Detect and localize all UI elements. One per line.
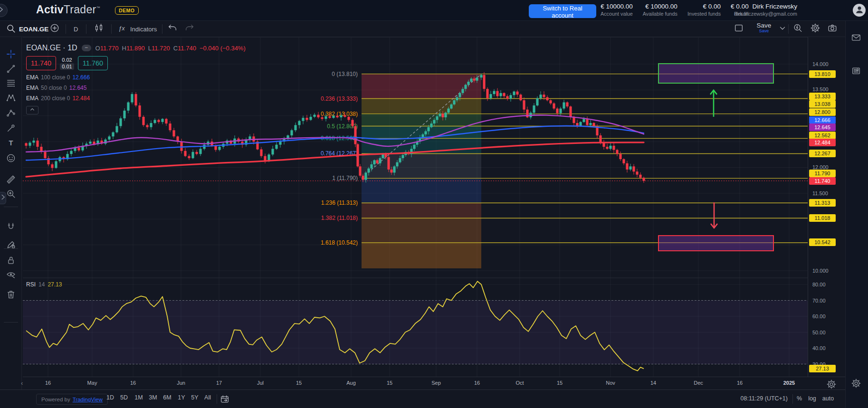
quick-search-icon bbox=[792, 23, 803, 35]
scroll-left-tab[interactable]: ‹ bbox=[21, 380, 23, 387]
time-axis-label: Jun bbox=[171, 380, 191, 386]
candle bbox=[599, 135, 601, 142]
time-axis-label: Aug bbox=[341, 380, 362, 386]
candle bbox=[275, 145, 277, 149]
range-button-5y[interactable]: 5Y bbox=[188, 394, 202, 401]
auto-scale-toggle[interactable]: auto bbox=[822, 395, 834, 402]
candle bbox=[413, 145, 415, 149]
symbol-label: EOAN.GE bbox=[19, 26, 48, 33]
candle bbox=[313, 115, 315, 117]
go-to-date-button[interactable] bbox=[219, 394, 230, 406]
range-button-5d[interactable]: 5D bbox=[117, 394, 131, 401]
tool-xabcd-pattern[interactable] bbox=[4, 92, 18, 105]
toolbar-separator bbox=[111, 24, 112, 34]
legend-collapse-button[interactable]: − bbox=[82, 45, 91, 51]
candle bbox=[347, 117, 350, 120]
candle bbox=[362, 176, 364, 180]
percent-scale-toggle[interactable]: % bbox=[797, 395, 802, 402]
tool-brush[interactable] bbox=[4, 123, 18, 136]
tool-trash[interactable] bbox=[4, 289, 18, 302]
tool-magnet[interactable] bbox=[4, 221, 18, 235]
legend-collapse-caret[interactable] bbox=[26, 106, 38, 114]
candle bbox=[367, 169, 370, 173]
log-scale-toggle[interactable]: log bbox=[808, 395, 816, 402]
indicator-row-ema200[interactable]: EMA200 close 012.484 bbox=[26, 95, 246, 102]
time-axis-label: 16 bbox=[38, 380, 58, 386]
candle bbox=[387, 157, 390, 170]
range-button-1d[interactable]: 1D bbox=[103, 394, 117, 401]
candle bbox=[294, 125, 296, 130]
clock[interactable]: 08:11:29 (UTC+1) bbox=[726, 395, 788, 402]
sell-button[interactable]: 11.740 bbox=[26, 56, 56, 70]
indicators-button[interactable]: ƒx Indicators bbox=[116, 21, 157, 37]
save-menu-button[interactable] bbox=[777, 21, 788, 37]
legend-symbol[interactable]: EOAN.GE · 1D bbox=[26, 44, 77, 52]
tool-hide-drawings[interactable] bbox=[4, 269, 18, 282]
chart-style-button[interactable] bbox=[94, 21, 104, 37]
save-button[interactable]: Save Save bbox=[754, 22, 774, 33]
timezone-settings-icon[interactable] bbox=[826, 379, 837, 391]
time-axis-label: May bbox=[82, 380, 103, 386]
tool-emoji[interactable] bbox=[4, 152, 18, 166]
toolbar-separator bbox=[86, 24, 86, 34]
range-button-1y[interactable]: 1Y bbox=[174, 394, 189, 401]
chart-legend: EOAN.GE · 1D − O11.770 H11.890 L11.720 C… bbox=[26, 44, 246, 114]
tool-lock[interactable] bbox=[4, 255, 18, 268]
tradingview-link[interactable]: TradingView bbox=[73, 397, 103, 402]
watchlist-expand-tab[interactable] bbox=[0, 192, 6, 204]
tool-fib-retracement[interactable] bbox=[4, 77, 18, 91]
messages-button[interactable] bbox=[851, 32, 861, 45]
range-button-all[interactable]: All bbox=[200, 394, 215, 401]
time-axis[interactable]: 16May16Jun17Jul15Aug15Sep16Oct15Nov14Dec… bbox=[23, 377, 808, 389]
tool-forecast[interactable] bbox=[4, 107, 18, 121]
tool-draw-lock[interactable] bbox=[4, 239, 18, 252]
candle bbox=[309, 117, 312, 120]
undo-button[interactable] bbox=[167, 21, 178, 37]
range-button-3m[interactable]: 3M bbox=[146, 394, 160, 401]
collapse-panel-button[interactable] bbox=[0, 4, 8, 17]
candle bbox=[642, 178, 645, 181]
ema50-line bbox=[26, 115, 644, 152]
tool-ruler[interactable] bbox=[4, 174, 18, 187]
rsi-legend[interactable]: RSI1427.13 bbox=[26, 281, 62, 288]
add-symbol-button[interactable] bbox=[49, 21, 60, 37]
candle bbox=[89, 142, 91, 143]
quick-search-button[interactable] bbox=[792, 21, 803, 37]
candle bbox=[184, 151, 186, 156]
candle bbox=[441, 114, 444, 117]
candle bbox=[328, 116, 331, 118]
candle bbox=[336, 116, 338, 117]
tool-text-tool[interactable]: T bbox=[4, 137, 18, 151]
candle bbox=[150, 123, 152, 127]
price-axis-label: 60.00 bbox=[812, 313, 826, 319]
tool-crosshair[interactable] bbox=[4, 48, 18, 62]
buy-button[interactable]: 11.760 bbox=[78, 56, 108, 70]
symbol-search[interactable]: EOAN.GE bbox=[6, 21, 48, 37]
news-button[interactable] bbox=[851, 66, 861, 78]
fib-label: 1.618 (10.542) bbox=[321, 239, 358, 246]
candle bbox=[161, 119, 163, 122]
switch-to-real-account-button[interactable]: Switch to Real account bbox=[529, 4, 596, 18]
candle bbox=[582, 119, 585, 122]
snapshot-button[interactable] bbox=[827, 21, 838, 37]
caret-up-icon bbox=[27, 104, 38, 116]
candle bbox=[566, 102, 568, 106]
chart-settings-button[interactable] bbox=[810, 21, 820, 37]
hide-drawings-icon bbox=[6, 269, 16, 282]
tool-trend-line[interactable] bbox=[4, 63, 18, 76]
settings-button[interactable] bbox=[851, 378, 861, 390]
price-axis[interactable]: 14.00013.50012.00011.50010.00080.0070.00… bbox=[808, 37, 845, 377]
trend-line-icon bbox=[6, 64, 16, 76]
timeframe-button[interactable]: D bbox=[74, 21, 78, 37]
indicator-row-ema100[interactable]: EMA100 close 012.666 bbox=[26, 74, 246, 81]
candle bbox=[533, 105, 535, 113]
price-badge: 10.542 bbox=[809, 238, 836, 246]
indicator-row-ema50[interactable]: EMA50 close 012.645 bbox=[26, 85, 246, 91]
redo-button[interactable] bbox=[184, 21, 195, 37]
range-button-6m[interactable]: 6M bbox=[160, 394, 174, 401]
avatar[interactable] bbox=[853, 4, 866, 17]
layout-button[interactable] bbox=[734, 21, 744, 37]
candle bbox=[305, 118, 308, 120]
range-button-1m[interactable]: 1M bbox=[132, 394, 146, 401]
xabcd-pattern-icon bbox=[6, 93, 16, 105]
